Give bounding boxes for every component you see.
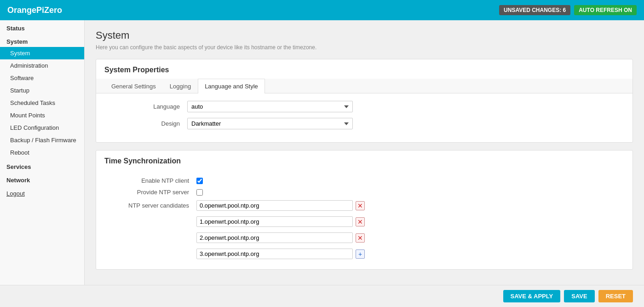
design-select[interactable]: Darkmatter Bootstrap OpenWrt <box>187 118 353 129</box>
ntp-server-row-1: ✕ <box>196 216 365 227</box>
header-badges: UNSAVED CHANGES: 6 AUTO REFRESH ON <box>499 5 637 15</box>
sidebar-item-services[interactable]: Services <box>0 159 84 172</box>
time-sync-form: Enable NTP client Provide NTP server NTP… <box>96 170 632 269</box>
main-content: System Here you can configure the basic … <box>85 20 644 285</box>
provide-ntp-row: Provide NTP server <box>104 189 624 196</box>
enable-ntp-row: Enable NTP client <box>104 177 624 184</box>
sidebar-item-startup[interactable]: Startup <box>0 84 84 97</box>
ntp-server-input-2[interactable] <box>196 232 353 243</box>
language-label: Language <box>104 103 187 110</box>
sidebar: Status System System Administration Soft… <box>0 20 85 285</box>
layout: Status System System Administration Soft… <box>0 20 644 285</box>
sidebar-item-led-configuration[interactable]: LED Configuration <box>0 122 84 134</box>
save-apply-button[interactable]: SAVE & APPLY <box>503 290 561 302</box>
ntp-candidates-label: NTP server candidates <box>104 200 196 209</box>
tab-logging[interactable]: Logging <box>163 79 198 93</box>
ntp-server-input-3[interactable] <box>196 249 353 259</box>
enable-ntp-label: Enable NTP client <box>104 177 196 184</box>
tab-general-settings[interactable]: General Settings <box>104 79 163 93</box>
design-row: Design Darkmatter Bootstrap OpenWrt <box>104 118 624 129</box>
sidebar-item-status[interactable]: Status <box>0 20 84 34</box>
sidebar-item-scheduled-tasks[interactable]: Scheduled Tasks <box>0 97 84 109</box>
page-subtitle: Here you can configure the basic aspects… <box>96 44 633 51</box>
reset-button[interactable]: RESET <box>598 290 633 302</box>
ntp-server-add-3[interactable]: + <box>356 249 365 259</box>
design-control: Darkmatter Bootstrap OpenWrt <box>187 118 353 129</box>
ntp-candidates-row: NTP server candidates ✕ ✕ ✕ <box>104 200 624 262</box>
ntp-candidates-inputs: ✕ ✕ ✕ + <box>196 200 365 262</box>
provide-ntp-checkbox[interactable] <box>196 189 203 196</box>
design-label: Design <box>104 120 187 127</box>
save-button[interactable]: SAVE <box>564 290 594 302</box>
sidebar-item-system-system[interactable]: System <box>0 47 84 59</box>
sidebar-logout[interactable]: Logout <box>0 185 84 202</box>
sidebar-item-mount-points[interactable]: Mount Points <box>0 109 84 122</box>
system-properties-title: System Properties <box>96 59 632 79</box>
sidebar-item-administration[interactable]: Administration <box>0 59 84 72</box>
ntp-server-row-3: + <box>196 249 365 259</box>
sidebar-item-reboot[interactable]: Reboot <box>0 146 84 159</box>
autorefresh-badge: AUTO REFRESH ON <box>574 5 637 15</box>
app-logo: OrangePiZero <box>7 6 62 15</box>
enable-ntp-checkbox[interactable] <box>196 178 203 184</box>
header: OrangePiZero UNSAVED CHANGES: 6 AUTO REF… <box>0 0 644 20</box>
ntp-server-row-2: ✕ <box>196 232 365 243</box>
ntp-server-input-1[interactable] <box>196 216 353 227</box>
language-control: auto en de fr zh-cn <box>187 101 353 112</box>
sidebar-item-backup-flash[interactable]: Backup / Flash Firmware <box>0 134 84 146</box>
system-properties-form: Language auto en de fr zh-cn Design <box>96 93 632 142</box>
unsaved-changes-badge: UNSAVED CHANGES: 6 <box>499 5 570 15</box>
system-properties-card: System Properties General Settings Loggi… <box>96 59 633 143</box>
time-sync-title: Time Synchronization <box>96 151 632 170</box>
ntp-server-remove-1[interactable]: ✕ <box>356 217 365 226</box>
sidebar-item-software[interactable]: Software <box>0 72 84 84</box>
time-sync-card: Time Synchronization Enable NTP client P… <box>96 150 633 270</box>
sidebar-item-system[interactable]: System <box>0 34 84 47</box>
ntp-server-row-0: ✕ <box>196 200 365 211</box>
provide-ntp-label: Provide NTP server <box>104 189 196 196</box>
footer: SAVE & APPLY SAVE RESET <box>0 285 644 307</box>
ntp-server-input-0[interactable] <box>196 200 353 211</box>
tab-language-and-style[interactable]: Language and Style <box>198 79 265 93</box>
sidebar-item-network[interactable]: Network <box>0 172 84 185</box>
language-row: Language auto en de fr zh-cn <box>104 101 624 112</box>
system-properties-tabs: General Settings Logging Language and St… <box>96 79 632 93</box>
page-title: System <box>96 29 633 41</box>
ntp-server-remove-2[interactable]: ✕ <box>356 233 365 243</box>
language-select[interactable]: auto en de fr zh-cn <box>187 101 353 112</box>
ntp-server-remove-0[interactable]: ✕ <box>356 201 365 210</box>
